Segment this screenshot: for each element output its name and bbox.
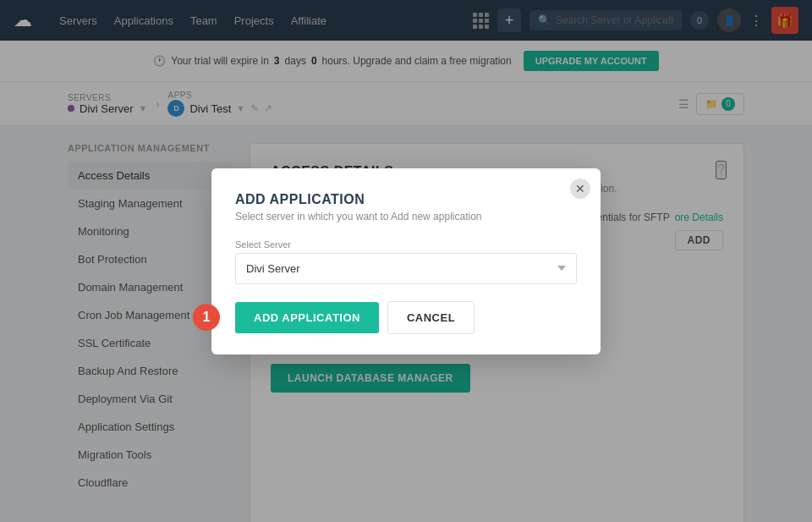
select-server-dropdown[interactable]: Divi Server bbox=[235, 253, 577, 284]
modal-close-button[interactable]: ✕ bbox=[570, 179, 590, 199]
add-application-wrapper: 1 ADD APPLICATION bbox=[235, 302, 379, 333]
select-server-label: Select Server bbox=[235, 239, 577, 250]
modal-actions-area: 1 ADD APPLICATION CANCEL bbox=[235, 301, 577, 334]
add-application-modal: ✕ ADD APPLICATION Select server in which… bbox=[211, 168, 601, 354]
modal-title: ADD APPLICATION bbox=[235, 192, 577, 207]
add-application-button[interactable]: ADD APPLICATION bbox=[235, 302, 379, 333]
step-badge: 1 bbox=[193, 304, 220, 331]
modal-subtitle: Select server in which you want to Add n… bbox=[235, 211, 577, 223]
cancel-button[interactable]: CANCEL bbox=[387, 301, 475, 334]
modal-overlay[interactable]: ✕ ADD APPLICATION Select server in which… bbox=[0, 0, 812, 522]
